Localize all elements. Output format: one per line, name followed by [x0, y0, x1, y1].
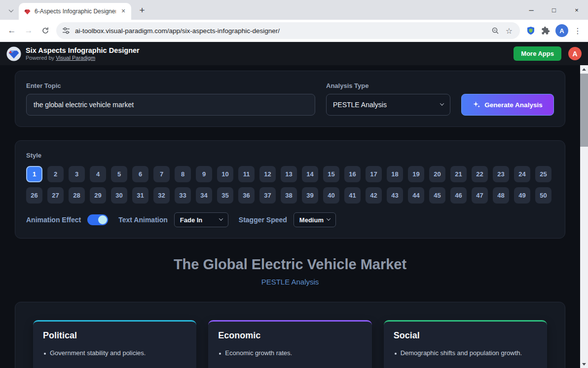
- extension-shield-icon[interactable]: [524, 24, 538, 38]
- style-option-24[interactable]: 24: [514, 166, 530, 182]
- new-tab-button[interactable]: +: [135, 3, 149, 17]
- style-option-23[interactable]: 23: [493, 166, 509, 182]
- extensions-puzzle-icon[interactable]: [539, 24, 552, 38]
- scrollbar-thumb[interactable]: [580, 74, 588, 147]
- style-option-42[interactable]: 42: [366, 187, 382, 204]
- back-button[interactable]: ←: [4, 23, 20, 39]
- browser-profile-avatar[interactable]: A: [555, 24, 568, 37]
- scroll-up-icon[interactable]: [580, 65, 588, 73]
- analysis-type-select[interactable]: PESTLE Analysis: [326, 94, 450, 116]
- style-option-9[interactable]: 9: [196, 166, 212, 182]
- scrollbar[interactable]: [580, 65, 588, 368]
- site-info-icon[interactable]: [62, 27, 70, 35]
- minimize-button[interactable]: ─: [520, 0, 543, 20]
- animation-effect-toggle[interactable]: [87, 214, 108, 225]
- toggle-knob-icon: [98, 215, 107, 224]
- topic-input[interactable]: [26, 94, 315, 116]
- style-option-36[interactable]: 36: [238, 187, 255, 204]
- style-option-29[interactable]: 29: [90, 187, 106, 204]
- style-option-3[interactable]: 3: [69, 166, 85, 182]
- scroll-down-icon[interactable]: [580, 360, 588, 368]
- stagger-speed-select[interactable]: Medium: [294, 212, 336, 227]
- analysis-type-group: Analysis Type PESTLE Analysis: [326, 82, 450, 116]
- stagger-speed-value: Medium: [299, 216, 324, 224]
- style-option-33[interactable]: 33: [175, 187, 191, 204]
- style-option-17[interactable]: 17: [366, 166, 382, 182]
- aspects-row: PoliticalGovernment stability and polici…: [33, 320, 547, 368]
- style-option-22[interactable]: 22: [472, 166, 488, 182]
- style-option-27[interactable]: 27: [47, 187, 64, 204]
- style-option-10[interactable]: 10: [217, 166, 233, 182]
- style-option-8[interactable]: 8: [175, 166, 191, 182]
- style-option-32[interactable]: 32: [153, 187, 170, 204]
- style-option-25[interactable]: 25: [535, 166, 551, 182]
- style-option-31[interactable]: 31: [132, 187, 148, 204]
- generate-analysis-label: Generate Analysis: [484, 101, 542, 109]
- style-option-37[interactable]: 37: [259, 187, 276, 204]
- more-apps-button[interactable]: More Apps: [514, 46, 561, 61]
- style-option-1[interactable]: 1: [26, 166, 42, 182]
- style-option-44[interactable]: 44: [408, 187, 424, 204]
- powered-by-link[interactable]: Visual Paradigm: [56, 55, 95, 61]
- text-animation-select[interactable]: Fade In: [174, 212, 228, 227]
- style-option-15[interactable]: 15: [323, 166, 339, 182]
- topic-field-group: Enter Topic: [26, 82, 315, 116]
- app-title: Six Aspects Infographic Designer: [26, 46, 140, 55]
- app-titles: Six Aspects Infographic Designer Powered…: [26, 46, 140, 62]
- browser-menu-icon[interactable]: ⋮: [571, 24, 584, 38]
- powered-by: Powered by Visual Paradigm: [26, 55, 140, 62]
- maximize-button[interactable]: □: [543, 0, 565, 20]
- chevron-down-icon: [327, 216, 331, 220]
- reload-button[interactable]: [37, 23, 53, 39]
- zoom-icon[interactable]: [491, 27, 499, 35]
- aspect-title: Social: [394, 330, 537, 341]
- style-option-7[interactable]: 7: [153, 166, 170, 182]
- style-option-28[interactable]: 28: [69, 187, 85, 204]
- url-text[interactable]: ai-toolbox.visual-paradigm.com/app/six-a…: [75, 27, 486, 35]
- address-bar[interactable]: ai-toolbox.visual-paradigm.com/app/six-a…: [56, 22, 520, 39]
- style-option-14[interactable]: 14: [302, 166, 318, 182]
- style-option-49[interactable]: 49: [514, 187, 530, 204]
- generate-analysis-button[interactable]: Generate Analysis: [461, 94, 554, 116]
- style-option-38[interactable]: 38: [281, 187, 297, 204]
- style-option-26[interactable]: 26: [26, 187, 42, 204]
- aspects-card: PoliticalGovernment stability and polici…: [15, 302, 565, 368]
- style-option-45[interactable]: 45: [429, 187, 445, 204]
- style-option-2[interactable]: 2: [47, 166, 64, 182]
- style-option-21[interactable]: 21: [450, 166, 467, 182]
- style-option-48[interactable]: 48: [493, 187, 509, 204]
- aspect-item: Government stability and policies.: [43, 349, 186, 357]
- style-option-5[interactable]: 5: [111, 166, 127, 182]
- style-option-41[interactable]: 41: [344, 187, 361, 204]
- tab-close-icon[interactable]: ×: [119, 7, 127, 15]
- style-option-47[interactable]: 47: [472, 187, 488, 204]
- style-option-35[interactable]: 35: [217, 187, 233, 204]
- style-option-46[interactable]: 46: [450, 187, 467, 204]
- app-user-avatar[interactable]: A: [568, 47, 582, 60]
- style-option-4[interactable]: 4: [90, 166, 106, 182]
- powered-by-prefix: Powered by: [26, 55, 54, 61]
- style-option-40[interactable]: 40: [323, 187, 339, 204]
- aspect-item: Economic growth rates.: [218, 349, 362, 357]
- style-option-30[interactable]: 30: [111, 187, 127, 204]
- style-option-20[interactable]: 20: [429, 166, 445, 182]
- style-option-12[interactable]: 12: [259, 166, 276, 182]
- style-option-11[interactable]: 11: [238, 166, 255, 182]
- style-option-50[interactable]: 50: [535, 187, 551, 204]
- style-option-39[interactable]: 39: [302, 187, 318, 204]
- style-option-19[interactable]: 19: [408, 166, 424, 182]
- style-option-6[interactable]: 6: [132, 166, 148, 182]
- browser-tab[interactable]: 6-Aspects Infographic Designer ×: [19, 3, 131, 20]
- forward-button: →: [21, 23, 37, 39]
- tab-search-chevron-icon[interactable]: [4, 3, 18, 17]
- style-option-18[interactable]: 18: [387, 166, 403, 182]
- animation-controls-row: Animation Effect Text Animation Fade In …: [26, 212, 554, 227]
- style-option-16[interactable]: 16: [344, 166, 361, 182]
- text-animation-value: Fade In: [180, 216, 203, 224]
- close-button[interactable]: ×: [565, 0, 588, 20]
- style-option-34[interactable]: 34: [196, 187, 212, 204]
- style-option-43[interactable]: 43: [387, 187, 403, 204]
- bookmark-star-icon[interactable]: ☆: [504, 24, 514, 38]
- style-label: Style: [26, 152, 554, 159]
- style-option-13[interactable]: 13: [281, 166, 297, 182]
